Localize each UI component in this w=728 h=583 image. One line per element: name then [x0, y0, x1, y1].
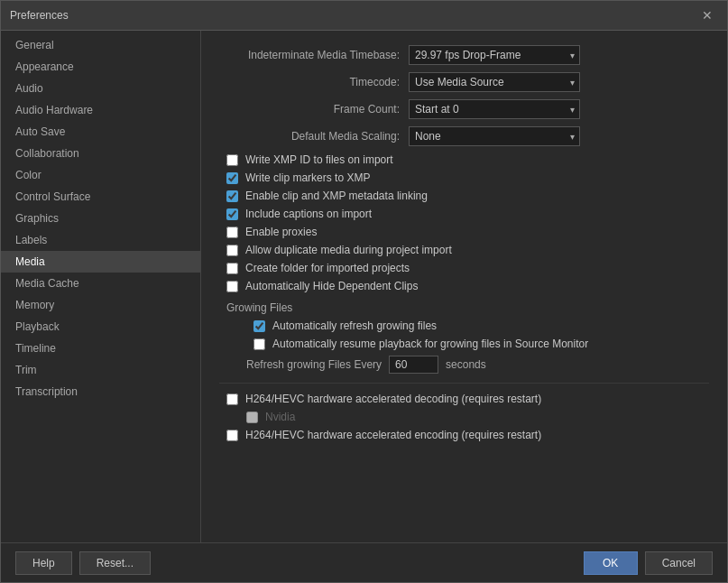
- sidebar-item-transcription[interactable]: Transcription: [1, 381, 200, 403]
- growing-checkbox-label: Automatically resume playback for growin…: [272, 338, 588, 350]
- checkbox-row: Automatically Hide Dependent Clips: [219, 280, 709, 292]
- checkbox-row: Allow duplicate media during project imp…: [219, 244, 709, 256]
- checkbox-row: Include captions on import: [219, 208, 709, 220]
- checkbox-row: Write XMP ID to files on import: [219, 153, 709, 166]
- refresh-label: Refresh growing Files Every: [246, 358, 382, 371]
- sidebar-item-control-surface[interactable]: Control Surface: [1, 186, 200, 208]
- hardware-checkbox-label: Nvidia: [265, 411, 295, 423]
- growing-checkbox[interactable]: [253, 320, 265, 332]
- select-wrapper: None: [409, 126, 580, 146]
- sidebar-item-memory[interactable]: Memory: [1, 294, 200, 316]
- preferences-dialog: Preferences ✕ GeneralAppearanceAudioAudi…: [0, 0, 728, 583]
- hardware-checkbox[interactable]: [226, 393, 238, 405]
- hardware-checkbox[interactable]: [226, 430, 238, 441]
- growing-files-label: Growing Files: [226, 301, 709, 314]
- form-row: Frame Count: Start at 0: [219, 99, 709, 119]
- form-label: Timecode:: [219, 76, 400, 88]
- sidebar-item-general[interactable]: General: [1, 34, 200, 56]
- sidebar-item-color[interactable]: Color: [1, 164, 200, 186]
- checkbox-row: Enable proxies: [219, 226, 709, 238]
- footer-right: OK Cancel: [584, 551, 713, 575]
- hardware-checkbox-row: H264/HEVC hardware accelerated encoding …: [219, 429, 709, 441]
- checkbox-row: Enable clip and XMP metadata linking: [219, 190, 709, 202]
- form-row: Default Media Scaling: None: [219, 126, 709, 146]
- form-select[interactable]: None: [409, 126, 580, 146]
- checkbox-label: Write XMP ID to files on import: [245, 153, 393, 166]
- sidebar-item-playback[interactable]: Playback: [1, 316, 200, 338]
- sidebar-item-media[interactable]: Media: [1, 251, 200, 273]
- hardware-checkbox-row: H264/HEVC hardware accelerated decoding …: [219, 393, 709, 405]
- content-area: Indeterminate Media Timebase: 29.97 fps …: [201, 31, 727, 542]
- form-label: Indeterminate Media Timebase:: [219, 49, 400, 61]
- checkbox[interactable]: [226, 208, 238, 220]
- dialog-title: Preferences: [10, 9, 69, 22]
- checkbox[interactable]: [226, 154, 238, 166]
- ok-button[interactable]: OK: [584, 551, 638, 575]
- checkbox[interactable]: [226, 245, 238, 256]
- hardware-checkbox-label: H264/HEVC hardware accelerated encoding …: [245, 429, 541, 441]
- select-wrapper: Use Media Source: [409, 72, 580, 92]
- checkbox[interactable]: [226, 281, 238, 292]
- form-select[interactable]: Use Media Source: [409, 72, 580, 92]
- hardware-checkbox-row: Nvidia: [219, 411, 709, 423]
- sidebar-item-appearance[interactable]: Appearance: [1, 56, 200, 78]
- dialog-footer: Help Reset... OK Cancel: [1, 542, 727, 582]
- form-row: Indeterminate Media Timebase: 29.97 fps …: [219, 45, 709, 65]
- refresh-row: Refresh growing Files Every seconds: [219, 356, 709, 374]
- sidebar: GeneralAppearanceAudioAudio HardwareAuto…: [1, 31, 201, 542]
- growing-files-section: Growing Files Automatically refresh grow…: [219, 301, 709, 374]
- checkbox[interactable]: [226, 190, 238, 202]
- checkbox-label: Enable proxies: [245, 226, 317, 238]
- close-button[interactable]: ✕: [696, 6, 718, 24]
- growing-checkbox-label: Automatically refresh growing files: [272, 319, 437, 332]
- refresh-input[interactable]: [389, 356, 438, 374]
- sidebar-item-auto-save[interactable]: Auto Save: [1, 121, 200, 143]
- form-label: Frame Count:: [219, 103, 400, 116]
- cancel-button[interactable]: Cancel: [645, 551, 713, 575]
- hardware-checkbox-label: H264/HEVC hardware accelerated decoding …: [245, 393, 541, 405]
- growing-checkbox-row: Automatically refresh growing files: [246, 319, 709, 332]
- dialog-body: GeneralAppearanceAudioAudio HardwareAuto…: [1, 31, 727, 542]
- checkbox-row: Write clip markers to XMP: [219, 171, 709, 184]
- sidebar-item-collaboration[interactable]: Collaboration: [1, 143, 200, 164]
- sidebar-item-audio-hardware[interactable]: Audio Hardware: [1, 99, 200, 121]
- checkbox-label: Automatically Hide Dependent Clips: [245, 280, 418, 292]
- checkbox[interactable]: [226, 227, 238, 238]
- select-wrapper: 29.97 fps Drop-Frame: [409, 45, 580, 65]
- checkbox-label: Allow duplicate media during project imp…: [245, 244, 452, 256]
- sidebar-item-graphics[interactable]: Graphics: [1, 208, 200, 229]
- footer-left: Help Reset...: [15, 551, 151, 575]
- form-select[interactable]: Start at 0: [409, 99, 580, 119]
- growing-checkbox-row: Automatically resume playback for growin…: [246, 338, 709, 350]
- refresh-unit: seconds: [446, 358, 486, 371]
- form-row: Timecode: Use Media Source: [219, 72, 709, 92]
- checkbox-label: Create folder for imported projects: [245, 262, 410, 274]
- sidebar-item-timeline[interactable]: Timeline: [1, 338, 200, 359]
- checkbox[interactable]: [226, 263, 238, 274]
- checkbox-label: Include captions on import: [245, 208, 372, 220]
- help-button[interactable]: Help: [15, 551, 72, 575]
- sidebar-item-audio[interactable]: Audio: [1, 78, 200, 99]
- checkbox[interactable]: [226, 172, 238, 184]
- select-wrapper: Start at 0: [409, 99, 580, 119]
- sidebar-item-media-cache[interactable]: Media Cache: [1, 273, 200, 294]
- sidebar-item-labels[interactable]: Labels: [1, 229, 200, 251]
- sidebar-item-trim[interactable]: Trim: [1, 359, 200, 381]
- form-label: Default Media Scaling:: [219, 130, 400, 143]
- checkbox-label: Write clip markers to XMP: [245, 171, 370, 184]
- checkbox-row: Create folder for imported projects: [219, 262, 709, 274]
- growing-checkbox[interactable]: [253, 338, 265, 350]
- checkbox-label: Enable clip and XMP metadata linking: [245, 190, 428, 202]
- title-bar: Preferences ✕: [1, 1, 727, 31]
- hardware-checkbox: [246, 412, 258, 423]
- reset-button[interactable]: Reset...: [79, 551, 151, 575]
- form-select[interactable]: 29.97 fps Drop-Frame: [409, 45, 580, 65]
